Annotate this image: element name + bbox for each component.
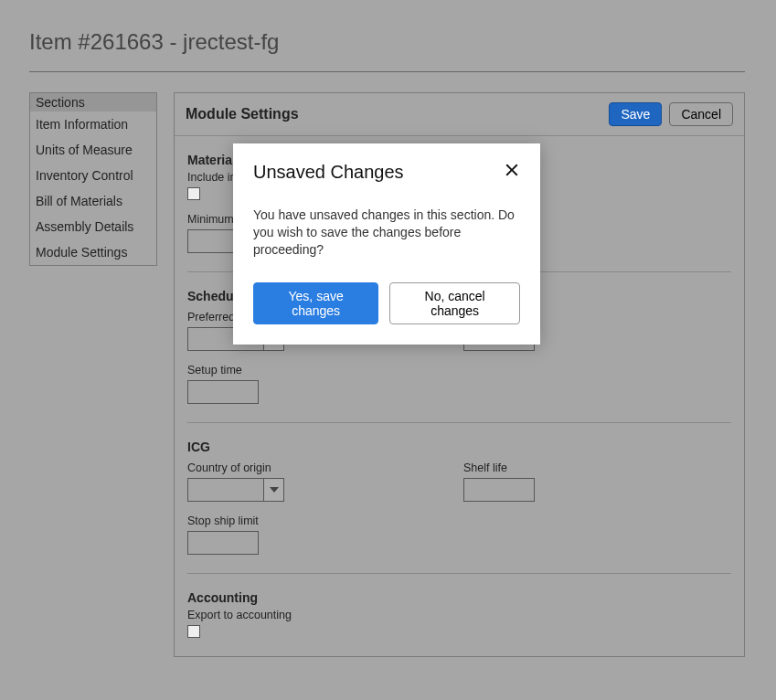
sidebar-item-module-settings[interactable]: Module Settings [30, 239, 156, 265]
group-heading-accounting: Accounting [187, 590, 731, 605]
unsaved-changes-modal: Unsaved Changes You have unsaved changes… [233, 143, 540, 345]
input-shelf-life[interactable] [463, 478, 535, 502]
title-divider [29, 71, 745, 72]
label-export-to-accounting: Export to accounting [187, 609, 731, 621]
label-setup-time: Setup time [187, 364, 731, 377]
sections-sidebar: Sections Item Information Units of Measu… [29, 92, 157, 266]
sidebar-item-item-information[interactable]: Item Information [30, 111, 156, 137]
label-shelf-life: Shelf life [463, 461, 535, 474]
sidebar-item-bill-of-materials[interactable]: Bill of Materials [30, 188, 156, 214]
group-heading-icg: ICG [187, 440, 731, 454]
section-divider [187, 422, 731, 423]
sidebar-heading: Sections [30, 93, 156, 111]
checkbox-include-in[interactable] [187, 187, 200, 200]
sidebar-item-assembly-details[interactable]: Assembly Details [30, 214, 156, 239]
input-setup-time[interactable] [187, 380, 259, 404]
label-stop-ship-limit: Stop ship limit [187, 514, 731, 527]
checkbox-export-to-accounting[interactable] [187, 625, 200, 638]
sidebar-item-inventory-control[interactable]: Inventory Control [30, 163, 156, 188]
select-country-of-origin[interactable] [187, 478, 284, 502]
chevron-down-icon [263, 479, 283, 501]
input-stop-ship-limit[interactable] [187, 531, 259, 555]
section-divider [187, 573, 731, 574]
cancel-button[interactable]: Cancel [669, 102, 733, 126]
modal-title: Unsaved Changes [253, 162, 404, 183]
label-country-of-origin: Country of origin [187, 461, 284, 474]
yes-save-changes-button[interactable]: Yes, save changes [253, 282, 378, 324]
page-title: Item #261663 - jrectest-fg [29, 29, 745, 55]
sidebar-item-units-of-measure[interactable]: Units of Measure [30, 137, 156, 163]
save-button[interactable]: Save [609, 102, 662, 126]
no-cancel-changes-button[interactable]: No, cancel changes [389, 282, 520, 324]
close-icon[interactable] [504, 162, 520, 180]
panel-title: Module Settings [186, 106, 299, 122]
modal-body-text: You have unsaved changes in this section… [253, 207, 518, 259]
